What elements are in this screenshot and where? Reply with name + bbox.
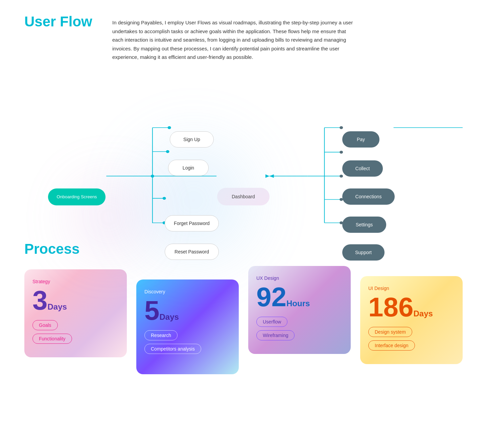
flow-diagram: Onboarding Screens Sign Up Login Dashboa… <box>24 65 463 227</box>
ux-number: 92 <box>256 284 286 311</box>
svg-point-21 <box>340 126 343 129</box>
node-connections: Connections <box>342 188 395 205</box>
tag-functionality: Functionality <box>32 334 72 344</box>
svg-point-9 <box>166 150 169 153</box>
svg-point-23 <box>340 175 343 177</box>
strategy-label: Strategy <box>32 279 119 284</box>
tag-userflow: Userflow <box>256 317 287 327</box>
ui-tags: Design system Interface design <box>368 327 455 351</box>
node-onboarding: Onboarding Screens <box>48 188 106 205</box>
node-support: Support <box>342 244 385 261</box>
node-forget: Forget Password <box>165 215 219 231</box>
tag-wireframing: Wireframing <box>256 330 295 340</box>
ui-label: UI Design <box>368 286 455 291</box>
tag-research: Research <box>144 330 178 340</box>
node-dashboard: Dashboard <box>217 188 270 205</box>
tag-goals: Goals <box>32 320 58 330</box>
tag-interface-design: Interface design <box>368 340 415 351</box>
card-ux: UX Design 92 Hours Userflow Wireframing <box>248 266 351 354</box>
ui-unit: Days <box>413 309 433 318</box>
ux-label: UX Design <box>256 275 343 281</box>
svg-point-22 <box>340 151 343 153</box>
ux-unit: Hours <box>286 299 310 308</box>
ui-number: 186 <box>368 294 413 321</box>
process-cards: Strategy 3 Days Goals Functionality Disc… <box>24 269 463 374</box>
discovery-unit: Days <box>160 312 179 322</box>
node-collect: Collect <box>342 160 383 177</box>
discovery-label: Discovery <box>144 289 231 294</box>
node-pay: Pay <box>342 131 379 148</box>
tag-design-system: Design system <box>368 327 412 337</box>
node-signup: Sign Up <box>170 131 214 148</box>
svg-point-7 <box>151 175 154 177</box>
discovery-number: 5 <box>144 297 160 324</box>
strategy-tags: Goals Functionality <box>32 320 119 344</box>
svg-marker-27 <box>265 174 270 178</box>
node-reset: Reset Password <box>165 244 219 260</box>
tag-competitors: Competitors analysis <box>144 344 201 354</box>
process-title: Process <box>24 241 463 257</box>
card-strategy: Strategy 3 Days Goals Functionality <box>24 269 127 357</box>
node-settings: Settings <box>342 217 386 233</box>
card-discovery: Discovery 5 Days Research Competitors an… <box>136 279 239 374</box>
node-login: Login <box>168 160 209 176</box>
discovery-tags: Research Competitors analysis <box>144 330 231 354</box>
strategy-number: 3 <box>32 287 48 314</box>
ux-tags: Userflow Wireframing <box>256 317 343 340</box>
svg-point-10 <box>163 197 166 199</box>
user-flow-description: In designing Payables, I employ User Flo… <box>112 18 356 62</box>
card-ui: UI Design 186 Days Design system Interfa… <box>360 276 463 364</box>
svg-marker-13 <box>270 174 274 178</box>
strategy-unit: Days <box>48 302 67 312</box>
svg-point-8 <box>168 126 171 129</box>
